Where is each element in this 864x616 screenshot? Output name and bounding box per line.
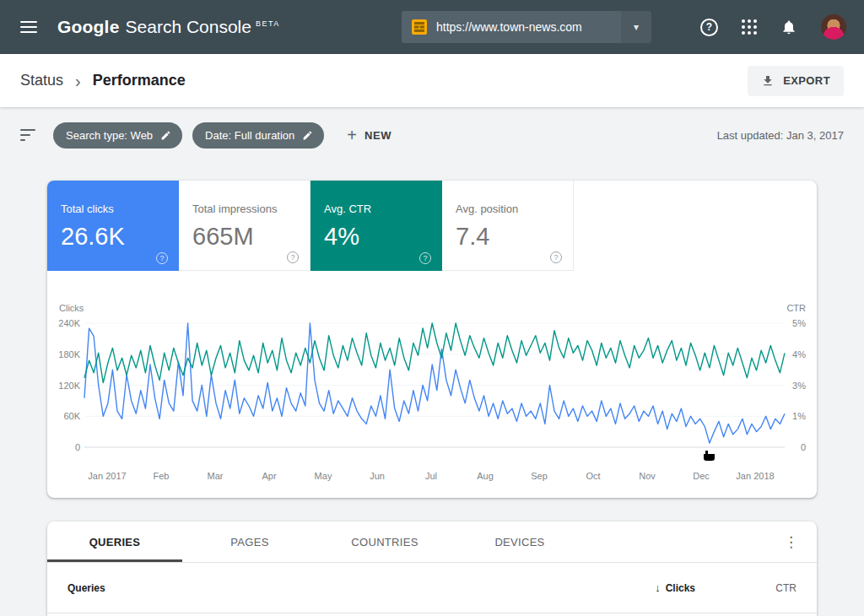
x-axis-month-label: Mar	[208, 471, 224, 481]
new-filter-label: NEW	[364, 129, 392, 142]
chart-plot-area[interactable]	[84, 323, 785, 447]
axis-tick-label: 4%	[792, 349, 806, 359]
performance-chart-card: Total clicks 26.6K ? Total impressions 6…	[47, 181, 817, 498]
tab-countries[interactable]: COUNTRIES	[317, 521, 452, 562]
metric-label: Total clicks	[61, 203, 165, 215]
x-axis-month-label: Jan 2017	[88, 471, 126, 481]
x-axis-month-label: Nov	[639, 471, 656, 481]
metric-label: Total impressions	[192, 203, 296, 215]
page-title: Performance	[93, 72, 186, 89]
metric-value: 26.6K	[61, 223, 165, 251]
queries-table-card: QUERIES PAGES COUNTRIES DEVICES ⋮ Querie…	[47, 521, 817, 616]
chip-label: Date: Full duration	[205, 129, 294, 142]
table-header-row: Queries ↓ Clicks CTR	[47, 563, 817, 613]
last-updated-text: Last updated: Jan 3, 2017	[717, 129, 844, 142]
edit-pencil-icon[interactable]	[160, 130, 171, 141]
column-header-queries: Queries	[68, 582, 105, 594]
chart-canvas	[84, 323, 785, 447]
axis-tick-label: 0	[801, 442, 806, 452]
chip-label: Search type: Web	[66, 129, 153, 142]
top-app-bar: Google Search Console BETA https://www.t…	[0, 0, 864, 54]
metric-value: 665M	[192, 223, 296, 251]
sort-desc-arrow-icon: ↓	[655, 581, 661, 594]
axis-tick-label: 60K	[63, 411, 80, 421]
filter-list-icon	[20, 129, 37, 141]
help-question-icon[interactable]: ?	[287, 251, 299, 263]
filter-chip-search-type[interactable]: Search type: Web	[53, 122, 182, 149]
overflow-menu-icon[interactable]: ⋮	[777, 521, 805, 563]
x-axis-month-label: Feb	[154, 471, 170, 481]
x-axis-month-label: Sep	[531, 471, 548, 481]
x-axis-month-label: Dec	[693, 471, 710, 481]
logo-product: Search Console	[126, 17, 251, 37]
x-axis-month-label: Oct	[586, 471, 600, 481]
x-axis-month-label: Jul	[425, 471, 437, 481]
chevron-down-icon[interactable]: ▾	[621, 11, 651, 43]
column-header-ctr[interactable]: CTR	[695, 582, 796, 594]
property-selector[interactable]: https://www.town-news.com ▾	[402, 11, 651, 43]
metric-tile-avg-position[interactable]: Avg. position 7.4 ?	[442, 181, 574, 271]
breadcrumb-bar: Status › Performance EXPORT	[0, 54, 864, 107]
tab-devices[interactable]: DEVICES	[452, 521, 587, 562]
x-axis-month-label: Jun	[370, 471, 385, 481]
axis-tick-label: 240K	[58, 318, 80, 328]
notifications-bell-icon[interactable]	[780, 19, 797, 35]
x-axis-month-label: Apr	[262, 471, 276, 481]
property-url: https://www.town-news.com	[436, 20, 621, 34]
axis-tick-label: 3%	[792, 381, 806, 391]
mouse-cursor-artifact	[703, 449, 716, 464]
metric-tile-avg-ctr[interactable]: Avg. CTR 4% ?	[310, 181, 442, 271]
edit-pencil-icon[interactable]	[302, 130, 313, 141]
logo-beta-badge: BETA	[256, 19, 280, 28]
breadcrumb-status-link[interactable]: Status	[20, 72, 63, 89]
line-chart: Clicks CTR 240K180K120K60K0 5%4%3%1%0 Ja…	[47, 271, 817, 498]
breadcrumb-chevron-icon: ›	[75, 73, 81, 89]
export-label: EXPORT	[783, 74, 830, 87]
metric-value: 4%	[324, 223, 429, 251]
axis-tick-label: 1%	[792, 411, 806, 421]
property-icon	[412, 19, 427, 35]
metric-tile-total-impressions[interactable]: Total impressions 665M ?	[179, 181, 310, 271]
metric-value: 7.4	[456, 223, 559, 251]
help-icon[interactable]: ?	[700, 19, 718, 36]
app-logo[interactable]: Google Search Console BETA	[57, 17, 280, 37]
help-question-icon[interactable]: ?	[156, 252, 168, 264]
metric-label: Avg. CTR	[324, 203, 429, 215]
plus-icon: +	[347, 127, 357, 143]
menu-icon[interactable]	[20, 21, 37, 33]
series-line-clicks	[84, 323, 785, 443]
clicks-header-label: Clicks	[666, 582, 695, 594]
x-axis-month-label: Aug	[477, 471, 494, 481]
x-axis-month-label: Jan 2018	[736, 471, 774, 481]
metric-tile-total-clicks[interactable]: Total clicks 26.6K ?	[47, 181, 179, 271]
column-header-clicks-sort[interactable]: ↓ Clicks	[655, 581, 695, 594]
export-button[interactable]: EXPORT	[748, 66, 844, 96]
help-question-icon[interactable]: ?	[419, 252, 431, 264]
dimension-tabs: QUERIES PAGES COUNTRIES DEVICES ⋮	[47, 521, 817, 563]
metric-tiles-row: Total clicks 26.6K ? Total impressions 6…	[47, 181, 817, 271]
tab-pages[interactable]: PAGES	[182, 521, 317, 562]
axis-tick-label: 5%	[792, 318, 806, 328]
metric-label: Avg. position	[456, 203, 559, 215]
apps-grid-icon[interactable]	[742, 19, 757, 35]
right-axis-ticks: 5%4%3%1%0	[784, 271, 806, 498]
user-avatar[interactable]	[821, 14, 846, 40]
axis-tick-label: 120K	[58, 381, 80, 391]
tab-queries[interactable]: QUERIES	[47, 521, 182, 562]
topbar-actions: ?	[700, 14, 846, 40]
help-question-icon[interactable]: ?	[550, 251, 562, 263]
axis-tick-label: 0	[75, 442, 80, 452]
left-axis-ticks: 240K180K120K60K0	[47, 271, 80, 498]
filter-chip-date[interactable]: Date: Full duration	[192, 122, 324, 149]
filter-bar: Search type: Web Date: Full duration + N…	[0, 107, 864, 163]
download-icon	[761, 74, 775, 88]
x-axis-month-label: May	[315, 471, 332, 481]
logo-google: Google	[57, 17, 120, 37]
x-axis-labels: Jan 2017FebMarAprMayJunJulAugSepOctNovDe…	[84, 471, 785, 483]
new-filter-button[interactable]: + NEW	[347, 127, 392, 143]
axis-tick-label: 180K	[58, 349, 80, 359]
